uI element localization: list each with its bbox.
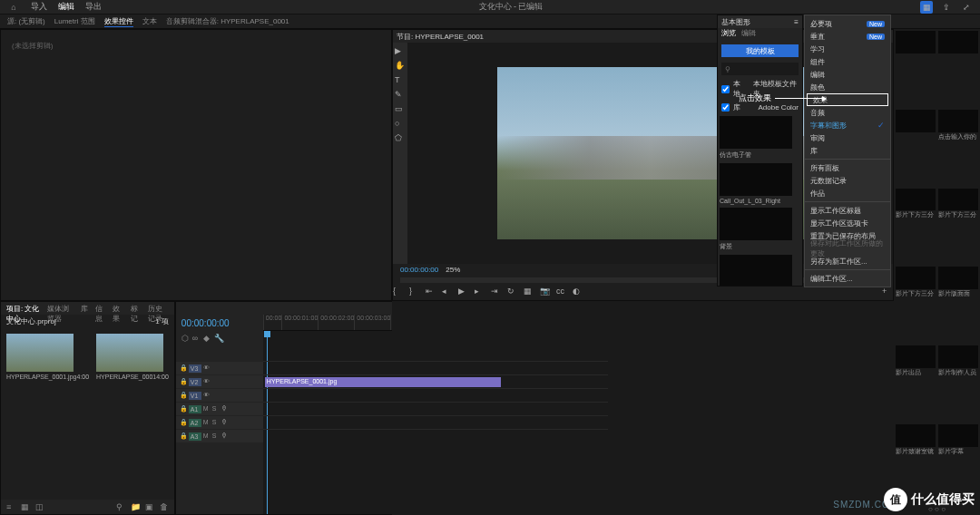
- marker-icon[interactable]: ◆: [203, 334, 211, 342]
- workspace-icon[interactable]: ▦: [920, 1, 933, 14]
- tab-markers[interactable]: 标记: [131, 304, 141, 313]
- hand-tool-icon[interactable]: ✋: [395, 61, 406, 72]
- pen-tool-icon[interactable]: ✎: [395, 90, 406, 101]
- template-item[interactable]: [896, 31, 936, 107]
- menu-item-review[interactable]: 审阅: [805, 131, 890, 144]
- new-item-icon[interactable]: ▣: [145, 502, 154, 511]
- tab-effects[interactable]: 效果: [113, 304, 122, 313]
- track-header-v1[interactable]: 🔒V1👁: [176, 389, 263, 402]
- mark-in-icon[interactable]: {: [393, 287, 404, 297]
- eg-search-input[interactable]: ⚲: [721, 63, 799, 75]
- loop-icon[interactable]: ↻: [507, 287, 518, 297]
- my-templates-button[interactable]: 我的模板: [721, 44, 799, 57]
- nav-import[interactable]: 导入: [31, 1, 47, 13]
- mark-out-icon[interactable]: }: [409, 287, 420, 297]
- template-item[interactable]: 背景: [720, 208, 800, 251]
- step-fwd-icon[interactable]: ▸: [475, 287, 485, 297]
- snap-icon[interactable]: ⬡: [181, 334, 190, 342]
- home-icon[interactable]: ⌂: [7, 1, 20, 14]
- tab-audio-mixer[interactable]: 音频剪辑混合器: HYPERLAPSE_0001: [166, 16, 289, 26]
- track-header-a2[interactable]: 🔒A2MS🎙: [176, 416, 263, 429]
- track-header-a1[interactable]: 🔒A1MS🎙: [176, 403, 263, 415]
- menu-item-color[interactable]: 颜色: [805, 81, 890, 93]
- tab-media-browser[interactable]: 媒体浏览器: [47, 304, 74, 313]
- tab-effect-controls[interactable]: 效果控件: [104, 16, 133, 27]
- new-bin-icon[interactable]: 📁: [131, 502, 140, 511]
- type-tool-icon[interactable]: T: [395, 75, 406, 86]
- menu-item-all-panels[interactable]: 所有面板: [805, 161, 890, 174]
- poly-tool-icon[interactable]: ⬠: [395, 133, 406, 144]
- menu-item-editing[interactable]: 编辑: [805, 68, 890, 81]
- cc-icon[interactable]: cc: [556, 287, 567, 297]
- track-header-v3[interactable]: 🔒V3👁: [176, 362, 263, 374]
- tab-project[interactable]: 项目: 文化中心: [6, 304, 40, 313]
- tab-text[interactable]: 文本: [142, 16, 157, 26]
- menu-item-assembly[interactable]: 组件: [805, 55, 890, 68]
- share-icon[interactable]: ⇪: [940, 1, 953, 14]
- menu-item-libraries[interactable]: 库: [805, 144, 890, 157]
- nav-edit[interactable]: 编辑: [58, 1, 74, 13]
- template-item[interactable]: [938, 31, 978, 107]
- goto-out-icon[interactable]: ⇥: [491, 287, 502, 297]
- template-item[interactable]: 影片版面面: [938, 267, 978, 343]
- zoom-level[interactable]: 25%: [446, 266, 460, 274]
- track-header-v2[interactable]: 🔒V2👁: [176, 375, 263, 388]
- icon-view-icon[interactable]: ▦: [21, 502, 30, 511]
- program-tc-in[interactable]: 00:00:00:00: [400, 266, 438, 274]
- safe-icon[interactable]: ▦: [524, 287, 534, 297]
- template-item[interactable]: [896, 110, 936, 186]
- fullscreen-icon[interactable]: ⤢: [960, 1, 973, 14]
- template-item[interactable]: 影片下方三分之一幕名: [938, 189, 978, 265]
- freeform-icon[interactable]: ◫: [35, 502, 44, 511]
- link-icon[interactable]: ∞: [192, 334, 201, 342]
- menu-item-essentials[interactable]: 必要项New: [805, 17, 890, 30]
- menu-item-show-ws-title[interactable]: 显示工作区标题: [805, 204, 890, 217]
- menu-item-audio[interactable]: 音频: [805, 106, 890, 119]
- timeline-timecode[interactable]: 00:00:00:00: [176, 315, 263, 332]
- nav-export[interactable]: 导出: [85, 1, 102, 13]
- step-back-icon[interactable]: ◂: [442, 287, 453, 297]
- search-icon[interactable]: ⚲: [116, 502, 125, 511]
- goto-in-icon[interactable]: ⇤: [426, 287, 436, 297]
- tab-source[interactable]: 源: (无剪辑): [7, 16, 45, 26]
- rect-tool-icon[interactable]: ▭: [395, 104, 406, 115]
- template-item[interactable]: 影片下方三分之一幕和两行: [896, 189, 936, 265]
- wrench-icon[interactable]: 🔧: [214, 334, 222, 342]
- project-item[interactable]: HYPERLAPSE_0001.jpg4:00: [6, 334, 89, 494]
- tab-info[interactable]: 信息: [95, 304, 105, 313]
- library-checkbox[interactable]: [721, 103, 730, 112]
- select-tool-icon[interactable]: ▶: [395, 46, 406, 57]
- project-items[interactable]: HYPERLAPSE_0001.jpg4:00 HYPERLAPSE_00014…: [1, 328, 174, 500]
- export-frame-icon[interactable]: 📷: [540, 287, 551, 297]
- template-item[interactable]: 影片下方三分之一幕左两行: [896, 267, 936, 343]
- timeline-tracks-area[interactable]: HYPERLAPSE_0001.jpg: [263, 331, 608, 514]
- eg-tab-edit[interactable]: 编辑: [741, 28, 756, 41]
- timeline-clip[interactable]: HYPERLAPSE_0001.jpg: [265, 377, 501, 387]
- project-item[interactable]: HYPERLAPSE_00014:00: [96, 334, 169, 494]
- menu-item-show-ws-tabs[interactable]: 显示工作区选项卡: [805, 217, 890, 229]
- menu-item-learning[interactable]: 学习: [805, 43, 890, 55]
- list-view-icon[interactable]: ≡: [6, 502, 15, 511]
- template-item[interactable]: 仿古电子管: [720, 116, 800, 160]
- template-item[interactable]: 基本标题: [720, 255, 800, 286]
- add-btn-icon[interactable]: +: [882, 287, 893, 297]
- template-item[interactable]: 影片制作人员: [938, 345, 978, 422]
- menu-item-edit-ws[interactable]: 编辑工作区...: [805, 272, 890, 285]
- tab-libraries[interactable]: 库: [81, 304, 88, 313]
- template-item[interactable]: Call_Out_L_03_Right: [720, 163, 800, 204]
- template-item[interactable]: 影片出品: [896, 345, 936, 422]
- menu-item-production[interactable]: 作品: [805, 187, 890, 199]
- ellipse-tool-icon[interactable]: ○: [395, 119, 406, 130]
- panel-menu-icon[interactable]: ≡: [794, 18, 799, 26]
- tab-lumetri[interactable]: Lumetri 范围: [54, 16, 95, 26]
- eg-tab-browse[interactable]: 浏览: [721, 28, 736, 41]
- trash-icon[interactable]: 🗑: [160, 502, 169, 511]
- play-icon[interactable]: ▶: [458, 287, 469, 297]
- menu-item-metalogging[interactable]: 元数据记录: [805, 174, 890, 187]
- tab-history[interactable]: 历史记录: [148, 304, 169, 313]
- program-tab[interactable]: 节目: HYPERLAPSE_0001: [397, 32, 484, 42]
- menu-item-vertical[interactable]: 垂直New: [805, 30, 890, 43]
- template-item[interactable]: 点击输入你的标题: [938, 110, 978, 186]
- track-header-a3[interactable]: 🔒A3MS🎙: [176, 430, 263, 442]
- local-checkbox[interactable]: [721, 85, 730, 93]
